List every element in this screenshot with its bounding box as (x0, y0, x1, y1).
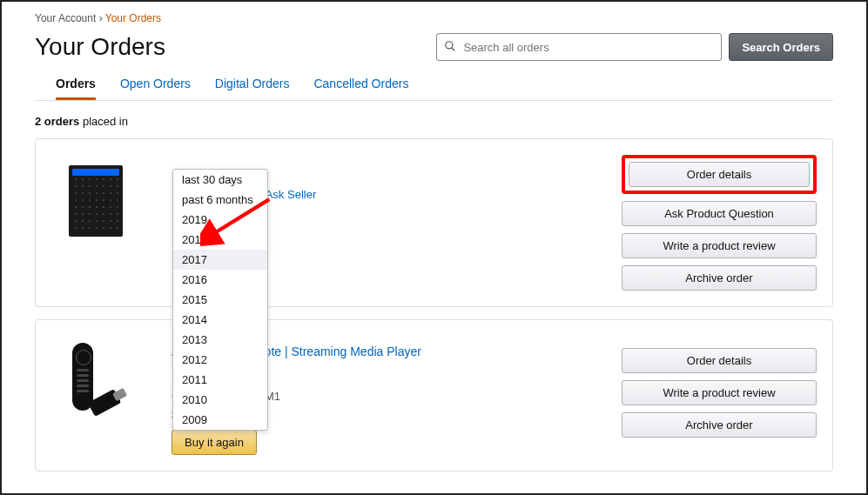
page-title: Your Orders (35, 33, 165, 61)
breadcrumb: Your Account › Your Orders (35, 9, 833, 33)
svg-point-0 (446, 41, 453, 48)
buy-it-again-button[interactable]: Buy it again (172, 430, 257, 455)
highlight-order-details: Order details (622, 155, 817, 194)
search-group: Search Orders (436, 33, 833, 61)
order-count-line: 2 orders placed in (35, 115, 833, 128)
order-count-rest: placed in (79, 115, 128, 128)
order-tabs: Orders Open Orders Digital Orders Cancel… (35, 77, 833, 101)
filter-option[interactable]: 2018 (173, 230, 267, 250)
filter-option[interactable]: last 30 days (173, 170, 267, 190)
header-row: Your Orders Search Orders (35, 33, 833, 61)
archive-order-button[interactable]: Archive order (622, 265, 817, 291)
tab-digital-orders[interactable]: Digital Orders (215, 77, 290, 100)
order1-thumb[interactable] (60, 158, 131, 291)
breadcrumb-sep: › (99, 12, 103, 24)
write-review-button[interactable]: Write a product review (622, 380, 817, 405)
order-count: 2 orders (35, 115, 79, 128)
search-icon (444, 40, 456, 55)
tab-cancelled-orders[interactable]: Cancelled Orders (313, 77, 408, 100)
ask-product-question-button[interactable]: Ask Product Question (622, 201, 817, 226)
product-image-2 (60, 343, 131, 438)
tab-orders[interactable]: Orders (56, 77, 96, 100)
date-filter-dropdown[interactable]: last 30 days past 6 months 2019 2018 201… (172, 169, 268, 431)
breadcrumb-current: Your Orders (105, 12, 161, 24)
filter-option[interactable]: 2012 (173, 350, 267, 370)
breadcrumb-root[interactable]: Your Account (35, 12, 96, 24)
filter-option[interactable]: 2016 (173, 270, 267, 290)
svg-line-1 (452, 47, 455, 50)
filter-option[interactable]: 2013 (173, 330, 267, 350)
search-box[interactable] (436, 33, 722, 61)
order2-actions: Order details Write a product review Arc… (622, 339, 817, 455)
order2-thumb[interactable] (60, 339, 131, 455)
page-frame: Your Account › Your Orders Your Orders S… (0, 0, 868, 495)
filter-option[interactable]: 2014 (173, 310, 267, 330)
filter-option[interactable]: 2019 (173, 210, 267, 230)
search-orders-button[interactable]: Search Orders (729, 33, 833, 61)
search-input[interactable] (461, 40, 714, 55)
order-card-2: Alexa Voice Remote | Streaming Media Pla… (35, 319, 833, 472)
tab-open-orders[interactable]: Open Orders (120, 77, 191, 100)
filter-option[interactable]: 2015 (173, 290, 267, 310)
order-card-1: Product question? Ask Seller Order detai… (35, 138, 833, 307)
write-review-button[interactable]: Write a product review (622, 233, 817, 258)
order-details-button[interactable]: Order details (622, 348, 817, 373)
order1-actions: Order details Ask Product Question Write… (622, 158, 817, 291)
product-image-1 (69, 165, 123, 237)
filter-option-selected[interactable]: 2017 (173, 250, 267, 270)
filter-option[interactable]: 2009 (173, 410, 267, 430)
ask-seller-link[interactable]: Ask Seller (266, 188, 317, 201)
filter-option[interactable]: past 6 months (173, 190, 267, 210)
order-details-button[interactable]: Order details (629, 162, 810, 187)
filter-option[interactable]: 2010 (173, 390, 267, 410)
archive-order-button[interactable]: Archive order (622, 412, 817, 438)
filter-option[interactable]: 2011 (173, 370, 267, 390)
